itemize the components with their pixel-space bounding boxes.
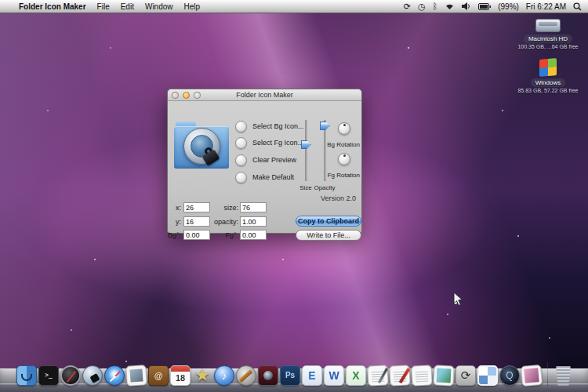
preview-icon[interactable] (125, 365, 147, 387)
drive-label[interactable]: Macintosh HD (524, 34, 572, 43)
time-machine-icon[interactable]: ◷ (418, 2, 426, 11)
select-fg-icon-button[interactable] (235, 137, 247, 149)
photoshop-icon[interactable]: Ps (280, 365, 300, 386)
dock: >_@18★♪PsEWX⟳Q (0, 359, 588, 392)
address-book-glyph: @ (154, 372, 163, 380)
document-icon[interactable] (411, 365, 432, 386)
menu-app-name[interactable]: Folder Icon Maker (19, 2, 86, 11)
window-title: Folder Icon Maker (168, 91, 361, 99)
itunes-icon[interactable]: ♪ (214, 365, 234, 386)
ical-glyph: 18 (176, 374, 185, 383)
windows-logo-icon[interactable] (539, 58, 557, 77)
safari-icon[interactable] (104, 365, 125, 386)
opacity-field[interactable] (240, 216, 267, 227)
sync-icon[interactable]: ⟳ (404, 2, 411, 11)
folder-icon-maker-icon[interactable] (82, 365, 103, 386)
x-field-label: x: (168, 204, 181, 212)
size-field-label: size: (204, 204, 238, 212)
fg-degrees-field[interactable] (240, 230, 267, 240)
make-default-button[interactable] (235, 172, 247, 183)
dock-separator (547, 362, 548, 386)
bg-rotation-knob[interactable] (338, 122, 350, 135)
menu-help[interactable]: Help (184, 2, 201, 11)
opacity-slider-thumb[interactable] (320, 122, 330, 130)
excel-glyph: X (352, 370, 359, 381)
battery-percent[interactable]: (99%) (498, 2, 519, 11)
select-bg-icon-row: Select Bg Icon... (235, 120, 304, 132)
desktop-icon-macintosh-hd[interactable]: Macintosh HD 100.35 GB, ...64 GB free (514, 19, 582, 49)
sync-icon[interactable]: ⟳ (456, 365, 476, 386)
spaces-grid-icon[interactable] (477, 365, 498, 386)
bg-rotation-label: Bg Rotation (310, 141, 360, 148)
opacity-field-label: opacity: (204, 218, 238, 226)
clear-preview-label: Clear Preview (252, 156, 296, 164)
star-app-icon[interactable]: ★ (192, 365, 212, 386)
entourage-glyph: E (308, 370, 315, 381)
size-slider-track[interactable] (305, 120, 307, 181)
terminal-icon[interactable]: >_ (38, 365, 59, 386)
volume-icon[interactable] (462, 2, 471, 10)
desktop-icon-windows[interactable]: Windows 85.83 GB, 57.22 GB free (514, 59, 582, 93)
wifi-icon[interactable] (445, 2, 455, 10)
size-field[interactable] (240, 202, 267, 212)
drive-info: 85.83 GB, 57.22 GB free (517, 88, 578, 93)
garageband-icon[interactable] (236, 365, 256, 386)
select-bg-icon-label: Select Bg Icon... (252, 122, 304, 130)
mouse-cursor (453, 292, 463, 310)
make-default-label: Make Default (252, 173, 294, 181)
word-icon[interactable]: W (324, 365, 344, 386)
version-text: Version 2.0 (321, 194, 356, 202)
menu-window[interactable]: Window (145, 2, 173, 11)
bg-degrees-field-label: Bg°: (168, 231, 181, 239)
select-fg-icon-row: Select Fg Icon... (235, 136, 303, 149)
menu-file[interactable]: File (97, 2, 110, 11)
photoshop-glyph: Ps (285, 372, 295, 379)
battery-icon[interactable] (478, 3, 491, 10)
menubar-clock[interactable]: Fri 6:22 AM (526, 2, 566, 11)
opacity-slider-label: Opacity (310, 184, 339, 191)
bluetooth-icon[interactable]: ᛒ (433, 2, 438, 11)
fg-rotation-knob[interactable] (338, 153, 350, 165)
itunes-glyph: ♪ (222, 371, 227, 381)
window-body: Select Bg Icon... Select Fg Icon... Clea… (168, 101, 361, 234)
photo-stack-icon[interactable] (521, 365, 543, 387)
write-to-file-button[interactable]: Write to File... (296, 230, 361, 241)
menu-edit[interactable]: Edit (121, 2, 134, 11)
hard-drive-icon[interactable] (535, 19, 561, 32)
spotlight-icon[interactable] (573, 2, 582, 11)
desktop-icon-area: Macintosh HD 100.35 GB, ...64 GB free Wi… (514, 19, 582, 93)
fg-rotation-label: Fg Rotation (310, 172, 360, 179)
y-field-label: y: (168, 218, 181, 226)
sync-glyph: ⟳ (461, 370, 471, 382)
folder-icon-maker-window: Folder Icon Maker Select Bg Icon... Sele… (167, 89, 362, 234)
document-pencil-icon[interactable] (389, 365, 410, 386)
fg-degrees-field-label: Fg°: (204, 231, 238, 239)
dashboard-icon[interactable] (60, 365, 81, 386)
folder-preview (174, 122, 229, 169)
word-glyph: W (328, 370, 339, 381)
quicktime-glyph: Q (506, 371, 513, 380)
clear-preview-button[interactable] (235, 154, 247, 166)
emblem-circle (183, 128, 220, 165)
window-titlebar[interactable]: Folder Icon Maker (168, 89, 361, 101)
iphoto-icon[interactable] (433, 365, 454, 386)
finder-icon[interactable] (16, 365, 37, 386)
select-fg-icon-label: Select Fg Icon... (252, 139, 303, 147)
menubar: Folder Icon Maker File Edit Window Help … (0, 0, 588, 13)
make-default-row: Make Default (235, 171, 294, 183)
excel-icon[interactable]: X (346, 365, 366, 386)
dock-items: >_@18★♪PsEWX⟳Q (16, 362, 572, 386)
document-pen-icon[interactable] (367, 365, 388, 386)
select-bg-icon-button[interactable] (235, 121, 247, 132)
quicktime-icon[interactable]: Q (499, 365, 520, 386)
address-book-icon[interactable]: @ (148, 365, 169, 386)
drive-label[interactable]: Windows (531, 78, 565, 87)
entourage-icon[interactable]: E (302, 365, 322, 386)
drive-info: 100.35 GB, ...64 GB free (517, 44, 578, 49)
terminal-glyph: >_ (45, 372, 53, 379)
ical-icon[interactable]: 18 (170, 365, 191, 386)
star-app-glyph: ★ (194, 367, 210, 384)
copy-to-clipboard-button[interactable]: Copy to Clipboard (296, 216, 361, 227)
trash-icon[interactable] (555, 366, 572, 386)
photo-booth-icon[interactable] (258, 365, 278, 386)
